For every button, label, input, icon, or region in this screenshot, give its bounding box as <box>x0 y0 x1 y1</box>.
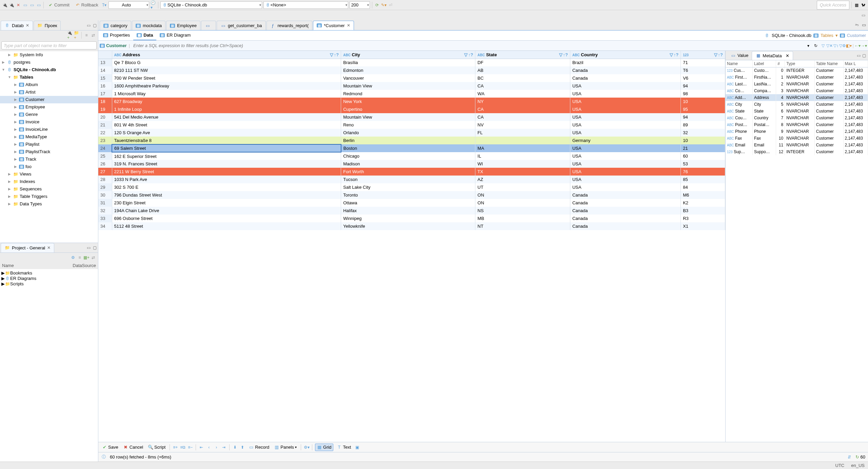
cell[interactable]: 1 Infinite Loop <box>112 105 341 113</box>
cell[interactable]: Winnipeg <box>341 215 475 222</box>
cell[interactable]: Mountain View <box>341 113 475 121</box>
tree-node[interactable]: ▶▦InvoiceLine <box>0 126 98 133</box>
dbeaver-perspective-icon[interactable]: 🐿 <box>861 2 866 8</box>
sql-script-icon[interactable]: ▭ <box>29 2 35 8</box>
export-data-icon[interactable]: ⇵ <box>847 454 852 460</box>
cell[interactable]: Canada <box>570 66 680 74</box>
cell[interactable]: CA <box>475 113 570 121</box>
tree-node[interactable]: ▶▦MediaType <box>0 133 98 141</box>
save-button[interactable]: ✔Save <box>100 444 120 451</box>
rowlimit-combo[interactable]: 200▾ <box>350 1 370 9</box>
cell[interactable]: 10 <box>681 137 725 144</box>
cell[interactable]: Brazil <box>570 59 680 66</box>
table-row[interactable]: 191 Infinite LoopCupertinoCAUSA95 <box>98 105 725 113</box>
cell[interactable]: 71 <box>681 59 725 66</box>
commit-button[interactable]: ✔Commit <box>46 1 72 9</box>
table-row[interactable]: 31230 Elgin StreetOttawaONCanadaK2 <box>98 199 725 207</box>
cell[interactable]: 1 Microsoft Way <box>112 90 341 98</box>
editor-tab[interactable]: ƒrewards_report( <box>267 21 313 30</box>
meta-row[interactable]: ABC FaxFax10NVARCHARCustomer2,147,483 <box>726 135 868 142</box>
cell[interactable]: Brasília <box>341 59 475 66</box>
link-editor-icon[interactable]: ⇄ <box>91 33 96 38</box>
sql-editor-icon[interactable]: ▭ <box>22 2 28 8</box>
script-button[interactable]: 🔍Script <box>146 444 167 451</box>
text-view-button[interactable]: TText <box>335 444 353 451</box>
meta-col-header[interactable]: # <box>776 60 785 67</box>
cell[interactable]: USA <box>570 82 680 90</box>
cell[interactable]: Boston <box>341 144 475 152</box>
connection-combo[interactable]: 🛢SQLite - Chinook.db▾ <box>160 1 262 9</box>
gear-icon[interactable]: ⚙ <box>70 255 76 260</box>
link-icon[interactable]: ⇄ <box>91 255 96 260</box>
cell[interactable]: 700 W Pender Street <box>112 74 341 82</box>
editor-tab[interactable]: ▭get_customer_ba <box>217 21 265 30</box>
add-icon[interactable]: ▦+ <box>84 255 89 260</box>
project-tree[interactable]: ▶📁Bookmarks▶🛢ER Diagrams▶📁Scripts <box>0 269 98 462</box>
table-row[interactable]: 2469 Salem StreetBostonMAUSA21 <box>98 144 725 152</box>
cell[interactable]: Reno <box>341 121 475 129</box>
cell[interactable]: ON <box>475 191 570 199</box>
del-row-icon[interactable]: ≡− <box>188 445 193 450</box>
breadcrumb-db[interactable]: SQLite - Chinook.db <box>772 33 811 38</box>
table-row[interactable]: 15700 W Pender StreetVancouverBCCanadaV6 <box>98 74 725 82</box>
more-tabs-icon[interactable]: »₅ <box>855 22 859 27</box>
cell[interactable]: CA <box>475 105 570 113</box>
cell[interactable]: V6 <box>681 74 725 82</box>
meta-row[interactable]: ABC Add…Address4NVARCHARCustomer2,147,48… <box>726 94 868 101</box>
cell[interactable]: Vancouver <box>341 74 475 82</box>
tree-node[interactable]: ▶▦Playlist <box>0 141 98 148</box>
column-header[interactable]: ABC Country▽↑? <box>570 51 680 59</box>
cell[interactable]: USA <box>570 121 680 129</box>
editor-tab[interactable]: ▦mockdata <box>132 21 165 30</box>
table-row[interactable]: 171 Microsoft WayRedmondWAUSA98 <box>98 90 725 98</box>
cell[interactable]: M6 <box>681 191 725 199</box>
tree-node[interactable]: ▶▦Invoice <box>0 118 98 126</box>
cell[interactable]: FL <box>475 129 570 137</box>
cell[interactable]: 98 <box>681 90 725 98</box>
tx-mode-combo[interactable]: Auto▾ <box>108 1 149 9</box>
tree-node[interactable]: ▶▦PlaylistTrack <box>0 148 98 156</box>
grid-view-button[interactable]: ▦Grid <box>315 444 333 451</box>
column-header[interactable]: ABC City▽↑? <box>341 51 475 59</box>
cell[interactable]: 796 Dundas Street West <box>112 191 341 199</box>
next-icon[interactable]: › <box>214 445 219 450</box>
cell[interactable]: 541 Del Medio Avenue <box>112 113 341 121</box>
cell[interactable]: WA <box>475 90 570 98</box>
sql-new-icon[interactable]: ▭ <box>36 2 41 8</box>
cell[interactable]: NY <box>475 98 570 105</box>
cell[interactable]: AB <box>475 66 570 74</box>
open-perspective-icon[interactable]: ▦ <box>854 2 859 8</box>
nav-back-icon[interactable]: ←▾ <box>855 43 860 48</box>
close-icon[interactable]: ✕ <box>26 23 29 28</box>
plug-icon[interactable]: 🔌 <box>9 2 14 8</box>
cell[interactable]: Ottawa <box>341 199 475 207</box>
cell[interactable]: IL <box>475 152 570 160</box>
record-button[interactable]: ▭Record <box>247 444 271 451</box>
tab-value[interactable]: ▭Value <box>727 51 752 60</box>
meta-col-header[interactable]: Type <box>785 60 815 67</box>
sql-filter-input[interactable] <box>132 41 804 50</box>
cell[interactable]: 162 E Superior Street <box>112 152 341 160</box>
cell[interactable]: USA <box>570 105 680 113</box>
dup-row-icon[interactable]: ≡⧉ <box>180 445 185 450</box>
tree-node[interactable]: ▶📁Table Triggers <box>0 193 98 200</box>
cell[interactable]: USA <box>570 90 680 98</box>
close-icon[interactable]: ✕ <box>786 53 789 58</box>
cell[interactable]: ON <box>475 199 570 207</box>
tx-dropdown-icon[interactable]: T▾ <box>102 2 107 8</box>
cell[interactable]: 696 Osborne Street <box>112 215 341 222</box>
tree-node[interactable]: ▶▦Track <box>0 156 98 163</box>
meta-col-header[interactable]: Label <box>752 60 776 67</box>
tree-node[interactable]: ▶🛢ER Diagrams <box>0 276 98 281</box>
table-row[interactable]: 18627 BroadwayNew YorkNYUSA10 <box>98 98 725 105</box>
meta-row[interactable]: ABC Co…Compa…3NVARCHARCustomer2,147,483 <box>726 87 868 94</box>
meta-row[interactable]: 123 Cus…Custo…0INTEGERCustomer2,147,483 <box>726 67 868 74</box>
close-icon[interactable]: ✕ <box>347 23 350 28</box>
meta-row[interactable]: ABC First…FirstNa…1NVARCHARCustomer2,147… <box>726 74 868 81</box>
cell[interactable]: K2 <box>681 199 725 207</box>
table-row[interactable]: 21801 W 4th StreetRenoNVUSA89 <box>98 121 725 129</box>
meta-col-header[interactable]: Name <box>726 60 752 67</box>
highlight-icon[interactable]: ✎▾ <box>381 2 387 8</box>
cell[interactable]: Germany <box>570 137 680 144</box>
database-combo[interactable]: 🛢<None>▾ <box>263 1 348 9</box>
